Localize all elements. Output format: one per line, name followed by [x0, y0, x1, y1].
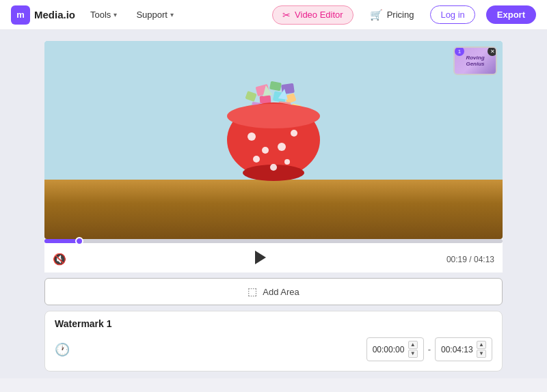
nav-support[interactable]: Support ▾	[132, 7, 178, 23]
end-time-input[interactable]: 00:04:13 ▲ ▼	[435, 337, 492, 361]
end-time-up-button[interactable]: ▲	[477, 341, 486, 349]
time-display: 00:19 / 04:13	[446, 255, 494, 264]
svg-point-23	[270, 164, 277, 171]
navbar: m Media.io Tools ▾ Support ▾ ✂ Video Edi…	[0, 0, 547, 30]
svg-point-20	[291, 130, 297, 137]
bowl	[205, 72, 342, 184]
watermark-text-line1: Roving	[466, 55, 484, 61]
timeline-area: ⬚ Add Area Watermark 1 🕐 00:00:00 ▲ ▼ -	[44, 272, 503, 372]
table-surface	[44, 180, 503, 239]
mute-icon: 🔇	[53, 253, 66, 265]
video-container[interactable]: 1 ✕ Roving Genius	[44, 41, 503, 239]
start-time-value: 00:00:00	[373, 345, 405, 354]
add-area-label: Add Area	[263, 287, 299, 297]
time-input-group: 00:00:00 ▲ ▼ - 00:04:13 ▲ ▼	[366, 337, 492, 361]
scissors-icon: ✂	[282, 10, 291, 20]
video-editor-button[interactable]: ✂ Video Editor	[272, 5, 353, 25]
svg-point-18	[262, 147, 269, 154]
video-player-wrapper: 1 ✕ Roving Genius 🔇 00:19 / 04:13	[44, 41, 503, 272]
main-content: 1 ✕ Roving Genius 🔇 00:19 / 04:13	[0, 30, 547, 378]
logo[interactable]: m Media.io	[11, 5, 75, 25]
pricing-label: Pricing	[387, 10, 414, 20]
login-button[interactable]: Log in	[430, 5, 475, 24]
start-time-input[interactable]: 00:00:00 ▲ ▼	[366, 337, 424, 361]
svg-point-22	[284, 159, 290, 165]
watermark-number: 1	[455, 46, 464, 56]
watermark-controls-row: 🕐 00:00:00 ▲ ▼ - 00:04:13 ▲	[55, 337, 492, 361]
mute-button[interactable]: 🔇	[47, 250, 72, 268]
time-separator: -	[428, 344, 431, 354]
watermark-text-line2: Genius	[466, 61, 484, 67]
nav-tools[interactable]: Tools ▾	[86, 7, 121, 23]
end-time-stepper[interactable]: ▲ ▼	[477, 341, 486, 358]
svg-point-17	[248, 132, 256, 141]
start-time-up-button[interactable]: ▲	[408, 341, 418, 349]
svg-point-21	[253, 156, 260, 163]
watermark-badge[interactable]: 1 ✕ Roving Genius	[453, 46, 497, 75]
nav-support-label: Support	[136, 10, 168, 20]
end-time-down-button[interactable]: ▼	[477, 350, 486, 358]
logo-icon: m	[11, 5, 30, 25]
nav-tools-label: Tools	[90, 10, 111, 20]
add-area-button[interactable]: ⬚ Add Area	[44, 278, 503, 305]
svg-point-19	[278, 143, 286, 151]
watermark-card: Watermark 1 🕐 00:00:00 ▲ ▼ - 00:04:13	[44, 311, 503, 372]
watermark-card-title: Watermark 1	[55, 318, 492, 329]
logo-text: Media.io	[34, 9, 75, 20]
progress-bar-fill	[44, 239, 79, 243]
svg-rect-3	[245, 91, 256, 102]
video-editor-label: Video Editor	[295, 10, 343, 20]
start-time-stepper[interactable]: ▲ ▼	[408, 341, 418, 358]
play-icon	[255, 251, 266, 264]
svg-rect-1	[269, 81, 282, 92]
controls-row: 🔇 00:19 / 04:13	[44, 246, 503, 272]
pricing-link[interactable]: 🛒 Pricing	[364, 6, 420, 24]
play-button[interactable]	[252, 251, 266, 268]
add-area-icon: ⬚	[248, 285, 257, 298]
progress-bar[interactable]	[44, 239, 503, 243]
export-button[interactable]: Export	[486, 5, 536, 24]
watermark-close-button[interactable]: ✕	[488, 46, 497, 56]
svg-point-16	[227, 104, 320, 128]
end-time-value: 00:04:13	[441, 345, 473, 354]
chevron-down-icon: ▾	[114, 11, 117, 18]
clock-icon: 🕐	[55, 342, 70, 357]
chevron-down-icon: ▾	[170, 11, 174, 18]
cart-icon: 🛒	[370, 9, 383, 21]
progress-dot	[75, 237, 83, 245]
start-time-down-button[interactable]: ▼	[408, 350, 418, 358]
